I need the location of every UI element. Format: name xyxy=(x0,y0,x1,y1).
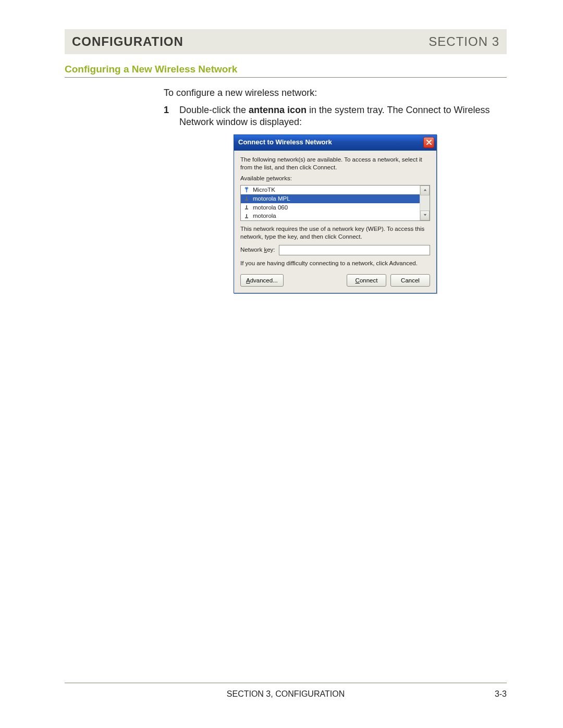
footer-center: SECTION 3, CONFIGURATION xyxy=(227,689,345,699)
dialog-description: The following network(s) are available. … xyxy=(240,156,430,171)
intro-text: To configure a new wireless network: xyxy=(164,87,507,99)
infra-icon xyxy=(243,195,250,202)
footer-page-number: 3-3 xyxy=(495,689,507,699)
header-section: SECTION 3 xyxy=(429,34,499,49)
page-footer: SECTION 3, CONFIGURATION 3-3 xyxy=(65,683,507,699)
dialog-title: Connect to Wireless Network xyxy=(238,138,332,147)
scroll-up-button[interactable] xyxy=(420,186,430,195)
svg-point-0 xyxy=(246,188,248,190)
network-item[interactable]: motorola MPL xyxy=(241,194,420,203)
scroll-down-button[interactable] xyxy=(420,211,430,220)
scrollbar[interactable] xyxy=(420,186,430,220)
available-networks-label: Available networks: xyxy=(240,175,430,182)
chevron-down-icon xyxy=(423,212,427,219)
advanced-text: If you are having difficulty connecting … xyxy=(240,260,430,267)
page-header: CONFIGURATION SECTION 3 xyxy=(65,29,507,54)
connect-dialog: Connect to Wireless Network The followin… xyxy=(234,134,437,293)
network-name: motorola MPL xyxy=(253,195,290,203)
close-button[interactable] xyxy=(423,137,434,148)
chevron-up-icon xyxy=(423,187,427,194)
step-text: Double-click the antenna icon in the sys… xyxy=(179,104,507,128)
antenna-icon xyxy=(243,187,250,193)
close-icon xyxy=(426,139,432,146)
svg-rect-1 xyxy=(246,196,247,200)
svg-rect-3 xyxy=(246,205,247,208)
network-name: MicroTK xyxy=(253,186,275,194)
body-content: To configure a new wireless network: 1 D… xyxy=(164,81,507,293)
network-key-input[interactable] xyxy=(279,245,430,255)
advanced-button[interactable]: Advanced... xyxy=(240,274,284,287)
step-number: 1 xyxy=(164,104,171,128)
step-text-bold: antenna icon xyxy=(249,105,307,115)
svg-rect-5 xyxy=(246,214,247,217)
infra-icon xyxy=(243,213,250,219)
network-item[interactable]: MicroTK xyxy=(241,186,420,194)
network-name: motorola xyxy=(253,212,276,220)
step-1: 1 Double-click the antenna icon in the s… xyxy=(164,104,507,128)
infra-icon xyxy=(243,204,250,211)
network-key-label: Network key: xyxy=(240,246,275,254)
networks-listbox[interactable]: MicroTK motorola MPL xyxy=(240,185,430,221)
network-name: motorola 060 xyxy=(253,204,288,212)
svg-rect-6 xyxy=(245,217,248,218)
connect-button[interactable]: Connect xyxy=(347,274,386,287)
network-item[interactable]: motorola 060 xyxy=(241,203,420,212)
step-text-pre: Double-click the xyxy=(179,105,249,115)
sub-heading: Configuring a New Wireless Network xyxy=(65,64,507,78)
svg-rect-4 xyxy=(245,208,248,209)
wep-text: This network requires the use of a netwo… xyxy=(240,225,430,240)
network-item[interactable]: motorola xyxy=(241,212,420,220)
svg-rect-2 xyxy=(245,200,248,201)
header-title: CONFIGURATION xyxy=(72,34,183,49)
dialog-titlebar[interactable]: Connect to Wireless Network xyxy=(234,135,436,151)
cancel-button[interactable]: Cancel xyxy=(390,274,430,287)
